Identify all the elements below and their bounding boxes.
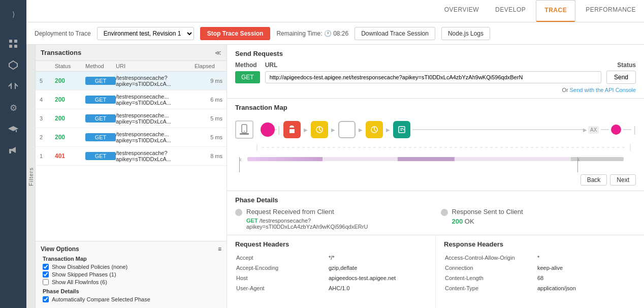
- table-row[interactable]: 1 401 GET /testresponsecache?apikey=sTI0…: [36, 147, 227, 166]
- tx-num: 3: [40, 115, 55, 121]
- transactions-panel: Filters Transactions ≪ Status Method URI…: [26, 45, 227, 308]
- api-console-link[interactable]: Send with the API Console: [570, 87, 636, 93]
- policy-icon-empty[interactable]: [338, 121, 356, 138]
- checkbox-show-disabled: Show Disabled Policies (none): [43, 264, 221, 270]
- table-row[interactable]: 5 200 GET /testresponsecache?apikey=sTI0…: [36, 72, 227, 90]
- transactions-header: Transactions ≪: [36, 45, 227, 61]
- send-form: GET Send: [235, 71, 636, 84]
- request-phase-col: Request Received from Client GET /testre…: [235, 208, 431, 230]
- tx-uri: /testresponsecache...apikey=sTI0DDxLcA..…: [116, 112, 195, 125]
- response-status-code: 200: [452, 218, 463, 225]
- col-uri: URI: [116, 63, 195, 69]
- headers-section: Request Headers Accept */* Accept-Encodi…: [227, 235, 644, 308]
- tx-elapsed: 5 ms: [195, 134, 222, 140]
- api-icon[interactable]: [4, 56, 22, 74]
- header-key: Connection: [445, 263, 536, 272]
- list-item: User-Agent AHC/1.0: [236, 284, 426, 293]
- nav-trace[interactable]: TRACE: [536, 0, 575, 22]
- response-headers-col: Response Headers Access-Control-Allow-Or…: [436, 235, 644, 308]
- svg-point-8: [244, 131, 245, 132]
- expand-icon[interactable]: ⟩: [4, 5, 22, 23]
- url-input[interactable]: [265, 71, 601, 83]
- tx-num: 1: [40, 153, 55, 159]
- show-flowinfos-checkbox[interactable]: [43, 279, 49, 285]
- next-button[interactable]: Next: [610, 174, 636, 186]
- tx-method-button[interactable]: GET: [85, 114, 116, 122]
- policy-icon-assignmessage[interactable]: [393, 121, 410, 138]
- header-value: AHC/1.0: [329, 284, 426, 293]
- megaphone-icon[interactable]: [4, 141, 22, 160]
- tx-uri: /testresponsecache?apikey=sTI0DDxLcA...: [116, 75, 195, 87]
- filters-bar[interactable]: Filters: [26, 45, 36, 308]
- list-item: Accept */*: [236, 253, 426, 262]
- table-row[interactable]: 2 200 GET /testresponsecache...apikey=sT…: [36, 128, 227, 147]
- request-headers-col: Request Headers Accept */* Accept-Encodi…: [227, 235, 436, 308]
- nav-develop[interactable]: DEVELOP: [487, 0, 534, 22]
- right-panel: Send Requests Method URL Status GET Send…: [227, 45, 644, 308]
- graduation-icon[interactable]: [4, 120, 22, 138]
- auto-compare-label: Automatically Compare Selected Phase: [52, 296, 150, 302]
- code-icon[interactable]: [4, 77, 22, 96]
- request-url: /testresponsecache?: [260, 218, 311, 224]
- flow-separator-right: |: [633, 125, 636, 135]
- show-disabled-checkbox[interactable]: [43, 264, 49, 270]
- table-row[interactable]: 4 200 GET /testresponsecache...apikey=sT…: [36, 90, 227, 109]
- auto-compare-checkbox[interactable]: [43, 296, 49, 302]
- send-requests-title: Send Requests: [235, 50, 636, 57]
- tx-method-button[interactable]: GET: [85, 152, 116, 160]
- view-options-header[interactable]: View Options ≡: [41, 245, 221, 253]
- request-phase-indicator: [235, 209, 242, 216]
- tx-status: 200: [55, 77, 85, 84]
- view-options-content: Transaction Map Show Disabled Policies (…: [41, 256, 221, 302]
- header-key: Content-Type: [445, 284, 536, 293]
- header-key: Access-Control-Allow-Origin: [445, 253, 536, 262]
- tx-method-button[interactable]: GET: [85, 133, 116, 141]
- grid-icon[interactable]: [4, 35, 22, 53]
- header-key: User-Agent: [236, 284, 328, 293]
- nodejs-logs-button[interactable]: Node.js Logs: [441, 27, 490, 40]
- pink-dot-start: [261, 122, 275, 137]
- response-status: 200 OK: [452, 218, 523, 225]
- phase-details-section: Phase Details Request Received from Clie…: [227, 191, 644, 235]
- svg-line-13: [319, 130, 321, 131]
- gear-icon[interactable]: ⚙: [4, 99, 22, 117]
- download-trace-button[interactable]: Download Trace Session: [355, 27, 435, 40]
- show-disabled-label: Show Disabled Policies (none): [52, 264, 127, 270]
- policy-icon-spike-arrest[interactable]: [366, 121, 383, 138]
- request-method: GET: [246, 218, 258, 224]
- request-headers-table: Accept */* Accept-Encoding gzip,deflate …: [235, 252, 427, 294]
- header-value: application/json: [537, 284, 635, 293]
- request-phase-url: GET /testresponsecache? apikey=sTI0DDxLc…: [246, 218, 368, 230]
- svg-rect-3: [14, 45, 17, 48]
- transaction-map-section: Transaction Map |: [227, 99, 644, 191]
- request-phase-status: Request Received from Client GET /testre…: [235, 208, 431, 230]
- nav-overview[interactable]: OVERVIEW: [436, 0, 487, 22]
- request-url2: apikey=sTI0DDxLcA4zbYzAh9wKQi596qdxERrU: [246, 224, 368, 230]
- show-skipped-checkbox[interactable]: [43, 271, 49, 278]
- tx-method-button[interactable]: GET: [85, 77, 116, 85]
- stop-session-button[interactable]: Stop Trace Session: [200, 27, 271, 40]
- view-options-title: View Options: [41, 245, 79, 253]
- list-item: Content-Length 68: [445, 273, 635, 283]
- list-item: Connection keep-alive: [445, 263, 635, 272]
- method-select-button[interactable]: GET: [235, 71, 260, 83]
- tx-num: 2: [40, 134, 55, 140]
- status-header: Status: [617, 61, 636, 69]
- header-value: keep-alive: [537, 263, 635, 272]
- policy-icon-quota[interactable]: [311, 121, 328, 138]
- header-value: *: [537, 253, 635, 262]
- view-options-collapse-icon: ≡: [218, 245, 221, 253]
- send-requests-section: Send Requests Method URL Status GET Send…: [227, 45, 644, 99]
- tx-status: 200: [55, 134, 85, 141]
- tx-method-button[interactable]: GET: [85, 96, 116, 104]
- deployment-select[interactable]: Environment test, Revision 1: [97, 27, 194, 40]
- table-row[interactable]: 3 200 GET /testresponsecache...apikey=sT…: [36, 109, 227, 128]
- nav-performance[interactable]: PERFORMANCE: [577, 0, 644, 22]
- flow-diagram: | ▶ ▶ ▶: [235, 116, 636, 143]
- policy-icon-verifyapikey[interactable]: [283, 121, 301, 138]
- transactions-content: Transactions ≪ Status Method URI Elapsed…: [36, 45, 227, 308]
- collapse-transactions-button[interactable]: ≪: [215, 49, 221, 56]
- request-headers-title: Request Headers: [235, 240, 427, 248]
- back-button[interactable]: Back: [581, 174, 607, 186]
- send-button[interactable]: Send: [606, 71, 636, 84]
